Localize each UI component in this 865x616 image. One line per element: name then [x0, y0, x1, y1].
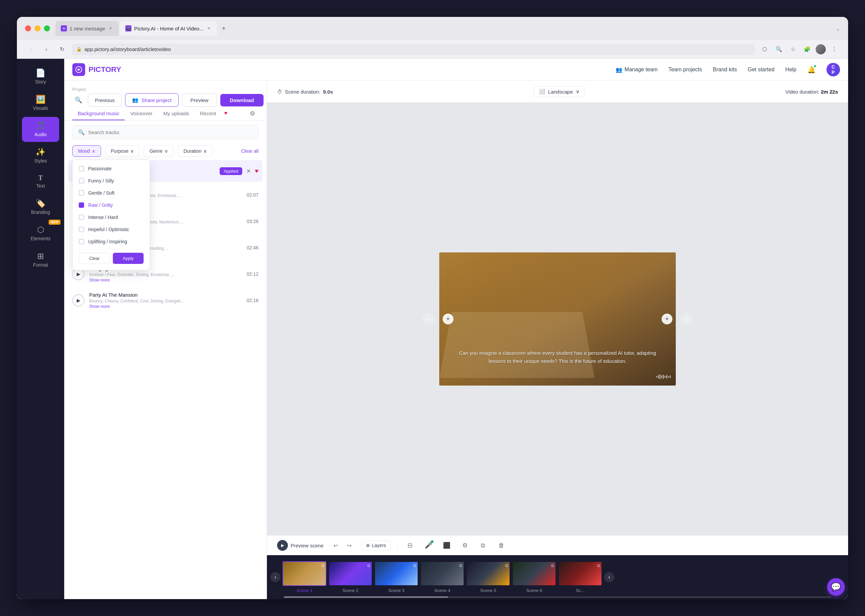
help-link[interactable]: Help	[785, 66, 796, 73]
clear-all-button[interactable]: Clear all	[241, 148, 259, 154]
team-projects-link[interactable]: Team projects	[668, 66, 702, 73]
scene-thumb-1[interactable]: ⧉ Scene 1	[283, 561, 327, 593]
mood-option-funny[interactable]: Funny / Silly	[73, 175, 150, 187]
scene-thumb-2[interactable]: ⧉ Scene 2	[328, 561, 372, 593]
window-controls[interactable]: ⌄	[835, 25, 840, 32]
undo-button[interactable]: ↩	[330, 540, 341, 551]
landscape-icon: ⬜	[539, 88, 545, 94]
sidebar-item-text[interactable]: T Text	[22, 170, 59, 193]
video-duration-value: 2m 22s	[821, 89, 838, 94]
previous-button[interactable]: Previous	[88, 94, 122, 107]
mood-filter-button[interactable]: Mood ∧	[72, 145, 101, 157]
brand-kits-link[interactable]: Brand kits	[713, 66, 737, 73]
timeline-scrollbar[interactable]	[284, 596, 831, 598]
sidebar-item-elements[interactable]: ⬡ Elements	[22, 221, 59, 246]
audio-settings-button[interactable]: ⚙	[246, 107, 259, 119]
chat-fab-button[interactable]: 💬	[827, 578, 845, 596]
tab-my-uploads[interactable]: My uploads	[158, 107, 195, 120]
mood-option-passionate[interactable]: Passionate	[73, 162, 150, 175]
list-item[interactable]: ▶ Party At The Mansion Bouncy, Cheesy, C…	[68, 287, 262, 314]
add-scene-right-button[interactable]: +	[662, 314, 672, 324]
preview-button[interactable]: Preview	[182, 94, 217, 107]
pictory-logo[interactable]: PICTORY	[72, 63, 121, 76]
mood-option-gentle[interactable]: Gentle / Soft	[73, 187, 150, 199]
track-1-heart-button[interactable]: ♥	[255, 168, 259, 175]
scene-thumb-7[interactable]: ⧉ Sc...	[558, 561, 602, 593]
sidebar-item-format[interactable]: ⊞ Format	[22, 247, 59, 272]
get-started-link[interactable]: Get started	[748, 66, 774, 73]
track-5-show-more[interactable]: Show more	[89, 278, 242, 283]
timeline-next-button[interactable]: ›	[604, 572, 614, 582]
forward-button[interactable]: ›	[41, 44, 52, 55]
download-button[interactable]: Download	[220, 94, 264, 107]
scene-thumb-5[interactable]: ⧉ Scene 5	[466, 561, 510, 593]
timeline-prev-button[interactable]: ‹	[270, 572, 281, 582]
close-button[interactable]	[25, 25, 31, 31]
search-input[interactable]	[88, 129, 253, 135]
video-nav-prev-button[interactable]: ‹	[422, 313, 435, 325]
address-bar[interactable]: 🔒 app.pictory.ai/storyboard/articletovid…	[72, 44, 755, 55]
more-options-button[interactable]: ⋮	[829, 44, 840, 55]
scene-thumb-4[interactable]: ⧉ Scene 4	[420, 561, 464, 593]
applied-x-button[interactable]: ✕	[246, 168, 251, 174]
header-search-button[interactable]: 🔍	[72, 94, 85, 106]
sidebar-item-audio[interactable]: 🎵 Audio	[22, 117, 59, 142]
landscape-selector[interactable]: ⬜ Landscape ∨	[534, 86, 584, 97]
notifications-button[interactable]: 🔔	[807, 66, 816, 74]
track-6-show-more[interactable]: Show more	[89, 304, 242, 309]
dropdown-clear-button[interactable]: Clear	[79, 253, 110, 264]
captions-button[interactable]: ⊟	[405, 540, 416, 551]
trash-icon: 🗑	[498, 542, 504, 549]
format-icon: ⊞	[37, 252, 44, 260]
tab-close-2[interactable]: ✕	[206, 26, 212, 31]
play-track-6-button[interactable]: ▶	[72, 294, 85, 306]
preview-scene-button[interactable]: ▶ Preview scene	[277, 540, 324, 551]
minimize-button[interactable]	[35, 25, 41, 31]
sidebar-item-branding[interactable]: 🏷️ Branding	[22, 195, 59, 220]
purpose-filter-button[interactable]: Purpose ∨	[105, 145, 140, 157]
back-button[interactable]: ‹	[25, 44, 36, 55]
tab-new-message[interactable]: ✉ 1 new message ✕	[55, 21, 119, 36]
sidebar-item-styles[interactable]: ✨ Styles	[22, 143, 59, 168]
settings-tool-button[interactable]: ⚙	[459, 540, 471, 551]
copy-button[interactable]: ⧉	[477, 540, 489, 551]
mood-option-hopeful[interactable]: Hopeful / Optimistic	[73, 223, 150, 236]
redo-button[interactable]: ↪	[344, 540, 355, 551]
tab-recent[interactable]: Recent	[195, 107, 222, 120]
scene-thumb-6[interactable]: ⧉ Scene 6	[512, 561, 556, 593]
tab-background-music[interactable]: Background music	[72, 107, 125, 120]
new-tab-button[interactable]: +	[218, 23, 229, 34]
browser-user-avatar[interactable]	[816, 44, 826, 54]
sidebar-item-visuals[interactable]: 🖼️ Visuals	[22, 91, 59, 116]
search-button[interactable]: 🔍	[773, 44, 785, 55]
duration-filter-button[interactable]: Duration ∨	[178, 145, 212, 157]
cast-button[interactable]: ⬡	[759, 44, 771, 55]
star-button[interactable]: ☆	[787, 44, 799, 55]
extensions-button[interactable]: 🧩	[801, 44, 813, 55]
tab-pictory[interactable]: 🎬 Pictory.AI - Home of AI Video... ✕	[120, 21, 217, 36]
scene-7-layers-icon: ⧉	[597, 563, 600, 568]
sidebar-elements-label: Elements	[31, 236, 50, 241]
mood-option-intense[interactable]: Intense / Hard	[73, 211, 150, 223]
video-nav-next-button[interactable]: ›	[681, 313, 693, 325]
scene-thumb-3[interactable]: ⧉ Scene 3	[374, 561, 418, 593]
sidebar-item-story[interactable]: 📄 Story	[22, 64, 59, 89]
delete-button[interactable]: 🗑	[496, 540, 507, 551]
manage-team-link[interactable]: 👥 Manage team	[615, 66, 658, 73]
dropdown-apply-button[interactable]: Apply	[113, 253, 144, 264]
share-button[interactable]: 👥 Share project	[125, 93, 178, 107]
maximize-button[interactable]	[44, 25, 50, 31]
user-avatar[interactable]: CP	[826, 63, 840, 76]
genre-filter-button[interactable]: Genre ∨	[144, 145, 174, 157]
tab-voiceover[interactable]: Voiceover	[125, 107, 158, 120]
tab-close-1[interactable]: ✕	[108, 26, 113, 31]
text-icon: T	[38, 174, 42, 181]
scene-thumb-img-2: ⧉	[328, 561, 372, 586]
mood-option-uplifting[interactable]: Uplifting / Inspiring	[73, 236, 150, 248]
mood-option-raw[interactable]: Raw / Gritty	[73, 199, 150, 211]
refresh-button[interactable]: ↻	[56, 44, 68, 55]
media-button[interactable]: ⬛	[441, 540, 452, 551]
add-scene-left-button[interactable]: +	[443, 314, 454, 324]
layers-button[interactable]: ⊕ Layers	[361, 540, 391, 550]
tab-favorites[interactable]: ♥	[222, 107, 231, 120]
